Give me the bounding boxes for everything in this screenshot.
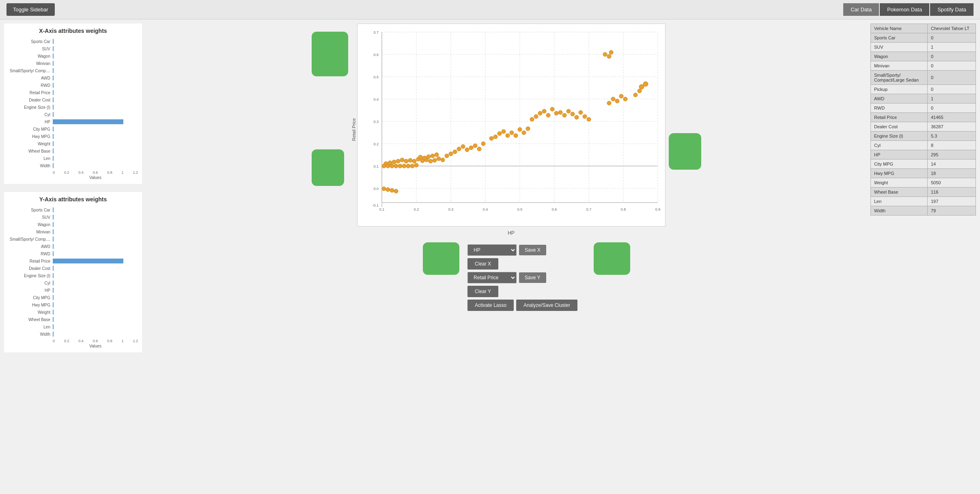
svg-point-106: [406, 164, 410, 168]
svg-point-64: [530, 117, 534, 121]
bar-row: RWD: [8, 82, 138, 88]
header: Toggle Sidebar Car Data Pokemon Data Spo…: [0, 0, 980, 19]
svg-text:0.3: 0.3: [373, 120, 379, 124]
table-val: 0: [928, 85, 976, 94]
clear-y-button[interactable]: Clear Y: [467, 286, 498, 297]
y-axis-bars: Sports CarSUVWagonMinivanSmall/Sporty/ C…: [8, 207, 138, 337]
bar-fill: [53, 302, 54, 307]
bar-label: Hwy MPG: [8, 134, 53, 139]
table-row: Small/Sporty/ Compact/Large Sedan0: [871, 71, 976, 85]
svg-text:0.1: 0.1: [373, 164, 379, 168]
bar-container: [53, 97, 138, 102]
left-panel: X-Axis attributes weights Sports CarSUVW…: [4, 24, 142, 489]
green-icon-bottom-left-2[interactable]: [423, 242, 459, 275]
table-row: SUV1: [871, 43, 976, 52]
analyze-save-button[interactable]: Analyze/Save Cluster: [516, 300, 577, 311]
svg-point-112: [394, 189, 398, 193]
svg-point-58: [571, 112, 575, 116]
bar-fill: [53, 76, 54, 80]
table-attr: City MPG: [871, 160, 928, 169]
bar-fill: [53, 310, 54, 315]
bar-row: Small/Sporty/ Comp....: [8, 67, 138, 74]
bar-row: SUV: [8, 45, 138, 52]
svg-point-80: [477, 147, 481, 151]
table-row: Pickup0: [871, 85, 976, 94]
table-row: Hwy MPG18: [871, 169, 976, 178]
svg-point-65: [498, 132, 502, 136]
bar-container: [53, 244, 138, 249]
svg-point-82: [453, 150, 457, 154]
svg-text:0.5: 0.5: [517, 207, 522, 211]
activate-lasso-button[interactable]: Activate Lasso: [467, 300, 514, 311]
bar-label: Retail Price: [8, 91, 53, 95]
svg-text:0.6: 0.6: [373, 53, 379, 57]
table-attr: Wagon: [871, 52, 928, 61]
bar-row: Cyl: [8, 280, 138, 286]
svg-text:0.8: 0.8: [620, 207, 626, 211]
svg-point-79: [473, 144, 477, 148]
table-val: 41465: [928, 113, 976, 122]
tab-pokemon-data[interactable]: Pokemon Data: [880, 3, 929, 16]
bar-fill: [53, 90, 54, 95]
table-attr: AWD: [871, 94, 928, 104]
bar-label: Minivan: [8, 61, 53, 66]
green-icon-right[interactable]: [669, 133, 701, 170]
svg-point-61: [583, 114, 587, 119]
table-row: Sports Car0: [871, 33, 976, 43]
toggle-sidebar-button[interactable]: Toggle Sidebar: [6, 3, 55, 16]
svg-point-75: [457, 147, 461, 151]
svg-point-102: [390, 164, 394, 168]
bar-row: Width: [8, 331, 138, 337]
x-axis-select[interactable]: HP Retail Price Dealer Cost Engine Size …: [467, 244, 517, 256]
svg-point-107: [410, 164, 414, 168]
svg-text:-0.1: -0.1: [372, 203, 379, 207]
table-attr: Sports Car: [871, 33, 928, 43]
svg-text:0.4: 0.4: [373, 97, 379, 101]
green-icon-top-left[interactable]: [312, 32, 348, 76]
table-row: Len197: [871, 197, 976, 206]
bar-row: Engine Size (l): [8, 104, 138, 110]
bar-label: RWD: [8, 83, 53, 88]
bar-fill: [53, 68, 54, 73]
svg-point-74: [489, 136, 493, 140]
bar-container: [53, 149, 138, 153]
bar-label: Minivan: [8, 230, 53, 234]
table-row: Cyl8: [871, 141, 976, 150]
svg-point-101: [386, 164, 390, 168]
bar-label: Cyl: [8, 112, 53, 117]
svg-point-57: [566, 109, 571, 113]
bar-fill: [53, 288, 54, 293]
svg-text:0.9: 0.9: [655, 207, 660, 211]
tab-car-data[interactable]: Car Data: [843, 3, 879, 16]
green-icon-bottom-left[interactable]: [312, 149, 344, 186]
scatter-x-axis-label: HP: [357, 230, 666, 236]
tab-spotify-data[interactable]: Spotify Data: [930, 3, 974, 16]
bar-container: [53, 310, 138, 315]
svg-point-116: [431, 154, 435, 158]
table-attr: Wheel Base: [871, 188, 928, 197]
svg-point-104: [398, 164, 402, 168]
svg-point-113: [418, 155, 422, 159]
svg-point-56: [562, 113, 566, 117]
green-icon-bottom-right-2[interactable]: [594, 242, 630, 275]
bar-label: Engine Size (l): [8, 274, 53, 278]
table-row: RWD0: [871, 104, 976, 113]
bar-row: Wagon: [8, 53, 138, 59]
bar-fill: [53, 280, 54, 285]
svg-point-68: [510, 131, 514, 135]
save-x-button[interactable]: Save X: [519, 245, 546, 255]
bar-row: Len: [8, 324, 138, 330]
svg-point-62: [587, 117, 591, 121]
table-attr: Weight: [871, 178, 928, 188]
svg-point-96: [441, 158, 445, 162]
y-axis-select[interactable]: Retail Price HP Dealer Cost Engine Size …: [467, 272, 517, 283]
bar-label: Sports Car: [8, 208, 53, 212]
save-y-button[interactable]: Save Y: [519, 272, 546, 283]
table-val: 197: [928, 197, 976, 206]
table-row: AWD1: [871, 94, 976, 104]
bar-row: Dealer Cost: [8, 265, 138, 272]
bar-fill: [53, 83, 54, 88]
svg-point-85: [396, 159, 400, 163]
svg-point-39: [643, 82, 648, 86]
clear-x-button[interactable]: Clear X: [467, 258, 498, 270]
